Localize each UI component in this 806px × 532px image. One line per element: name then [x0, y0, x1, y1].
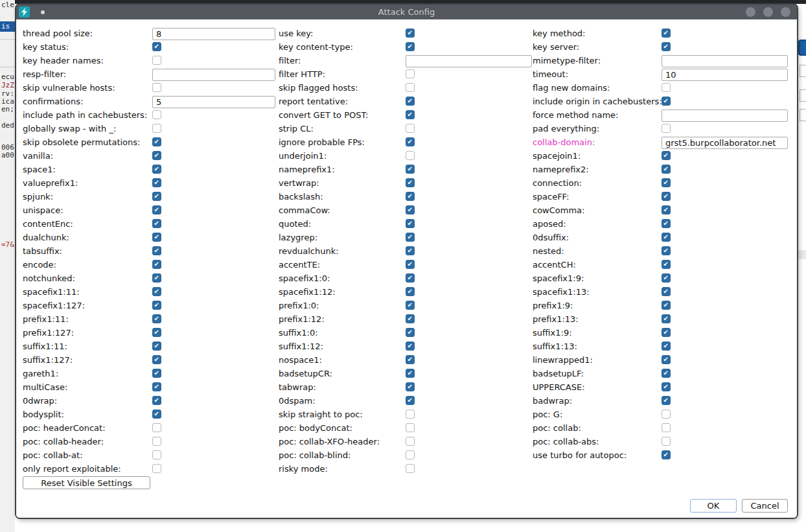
poc-g-checkbox[interactable] [662, 410, 671, 419]
spacefix1-13-checkbox[interactable] [662, 287, 671, 296]
poc-headerconcat-checkbox[interactable] [152, 423, 161, 432]
resp-filter-input[interactable] [152, 69, 275, 81]
nospace1-checkbox[interactable] [406, 355, 415, 364]
collab-domain-input[interactable] [662, 137, 788, 149]
suffix1-127-checkbox[interactable] [152, 355, 161, 364]
accentch-checkbox[interactable] [662, 260, 671, 269]
spaceff-checkbox[interactable] [662, 192, 671, 201]
nested-checkbox[interactable] [662, 246, 671, 255]
nameprefix1-checkbox[interactable] [406, 165, 415, 174]
skip-straight-to-poc-checkbox[interactable] [406, 410, 415, 419]
spacefix1-9-checkbox[interactable] [662, 273, 671, 283]
use-turbo-for-autopoc-checkbox[interactable] [662, 450, 671, 459]
skip-obsolete-permutations-checkbox[interactable] [152, 137, 161, 146]
lazygrep-checkbox[interactable] [406, 233, 415, 242]
only-report-exploitable-checkbox[interactable] [152, 464, 161, 473]
flag-new-domains-checkbox[interactable] [662, 83, 671, 92]
spacefix1-0-checkbox[interactable] [406, 273, 415, 283]
encode-checkbox[interactable] [152, 260, 161, 269]
0dwrap-checkbox[interactable] [152, 396, 161, 405]
convert-get-to-post-checkbox[interactable] [406, 110, 415, 119]
reset-visible-settings-button[interactable]: Reset Visible Settings [23, 476, 150, 489]
poc-collab-blind-checkbox[interactable] [406, 450, 415, 459]
key-content-type-checkbox[interactable] [406, 42, 415, 51]
accentte-checkbox[interactable] [406, 260, 415, 269]
suffix1-12-checkbox[interactable] [406, 341, 415, 351]
uppercase-checkbox[interactable] [662, 382, 671, 391]
key-status-checkbox[interactable] [152, 42, 161, 51]
vanilla-checkbox[interactable] [152, 151, 161, 160]
spacefix1-127-checkbox[interactable] [152, 301, 161, 310]
title-bar[interactable]: Attack Config [16, 5, 797, 19]
prefix1-11-checkbox[interactable] [152, 314, 161, 323]
underjoin1-checkbox[interactable] [406, 151, 415, 160]
linewrapped1-checkbox[interactable] [662, 355, 671, 364]
force-method-name-input[interactable] [662, 110, 788, 122]
key-header-names-checkbox[interactable] [152, 56, 161, 65]
cowcomma-checkbox[interactable] [662, 205, 671, 214]
backslash-checkbox[interactable] [406, 192, 415, 201]
mimetype-filter-input[interactable] [662, 55, 788, 67]
skip-vulnerable-hosts-checkbox[interactable] [152, 83, 161, 92]
0dspam-checkbox[interactable] [406, 396, 415, 405]
ignore-probable-fps-checkbox[interactable] [406, 137, 415, 146]
key-method-checkbox[interactable] [662, 29, 671, 38]
contentenc-checkbox[interactable] [152, 219, 161, 228]
poc-collab-abs-checkbox[interactable] [662, 437, 671, 446]
prefix1-12-checkbox[interactable] [406, 314, 415, 323]
suffix1-11-checkbox[interactable] [152, 341, 161, 351]
unispace-checkbox[interactable] [152, 205, 161, 214]
quoted-checkbox[interactable] [406, 219, 415, 228]
commacow-checkbox[interactable] [406, 205, 415, 214]
poc-collab-checkbox[interactable] [662, 423, 671, 432]
key-server-checkbox[interactable] [662, 42, 671, 51]
skip-flagged-hosts-checkbox[interactable] [406, 83, 415, 92]
multicase-checkbox[interactable] [152, 382, 161, 391]
ok-button[interactable]: OK [690, 499, 737, 513]
dualchunk-checkbox[interactable] [152, 233, 161, 242]
close-button[interactable] [781, 7, 790, 17]
include-origin-in-cachebusters-checkbox[interactable] [662, 97, 671, 106]
suffix1-13-checkbox[interactable] [662, 341, 671, 351]
vertwrap-checkbox[interactable] [406, 178, 415, 187]
tabwrap-checkbox[interactable] [406, 382, 415, 391]
tabsuffix-checkbox[interactable] [152, 246, 161, 255]
valueprefix1-checkbox[interactable] [152, 178, 161, 187]
timeout-input[interactable] [662, 69, 788, 81]
space1-checkbox[interactable] [152, 165, 161, 174]
spacejoin1-checkbox[interactable] [662, 151, 671, 160]
nameprefix2-checkbox[interactable] [662, 165, 671, 174]
connection-checkbox[interactable] [662, 178, 671, 187]
filter-http-checkbox[interactable] [406, 69, 415, 78]
poc-bodyconcat-checkbox[interactable] [406, 423, 415, 432]
poc-collab-at-checkbox[interactable] [152, 450, 161, 459]
badsetupcr-checkbox[interactable] [406, 369, 415, 378]
0dsuffix-checkbox[interactable] [662, 233, 671, 242]
report-tentative-checkbox[interactable] [406, 97, 415, 106]
badwrap-checkbox[interactable] [662, 396, 671, 405]
suffix1-9-checkbox[interactable] [662, 328, 671, 337]
revdualchunk-checkbox[interactable] [406, 246, 415, 255]
prefix1-0-checkbox[interactable] [406, 301, 415, 310]
aposed-checkbox[interactable] [662, 219, 671, 228]
include-path-in-cachebusters-checkbox[interactable] [152, 110, 161, 119]
spjunk-checkbox[interactable] [152, 192, 161, 201]
cancel-button[interactable]: Cancel [742, 499, 788, 513]
use-key-checkbox[interactable] [406, 29, 415, 38]
bodysplit-checkbox[interactable] [152, 410, 161, 419]
maximize-button[interactable] [763, 7, 773, 17]
prefix1-9-checkbox[interactable] [662, 301, 671, 310]
notchunked-checkbox[interactable] [152, 273, 161, 283]
confirmations-input[interactable] [152, 96, 275, 108]
pad-everything-checkbox[interactable] [662, 124, 671, 133]
strip-cl-checkbox[interactable] [406, 124, 415, 133]
prefix1-13-checkbox[interactable] [662, 314, 671, 323]
filter-input[interactable] [406, 55, 532, 67]
globally-swap-with-checkbox[interactable] [152, 124, 161, 133]
badsetuplf-checkbox[interactable] [662, 369, 671, 378]
spacefix1-12-checkbox[interactable] [406, 287, 415, 296]
poc-collab-xfo-header-checkbox[interactable] [406, 437, 415, 446]
suffix1-0-checkbox[interactable] [406, 328, 415, 337]
prefix1-127-checkbox[interactable] [152, 328, 161, 337]
risky-mode-checkbox[interactable] [406, 464, 415, 473]
